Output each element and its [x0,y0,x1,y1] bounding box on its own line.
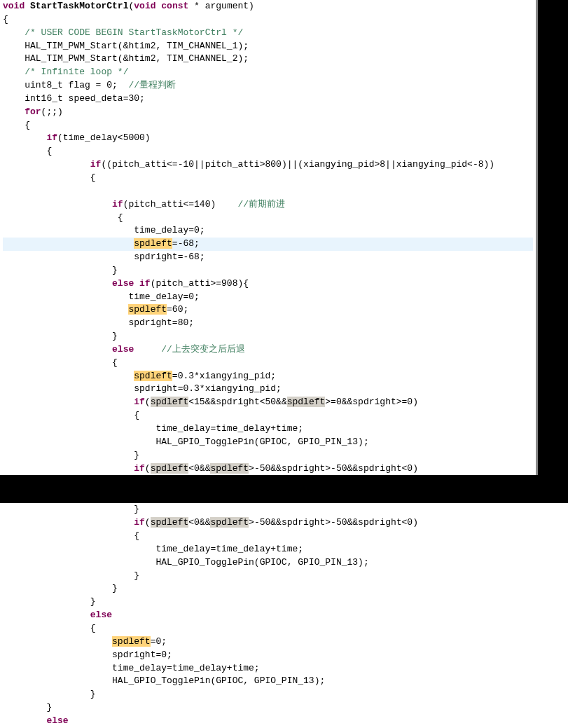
kw-elseif: else if [3,278,151,289]
kw-if: if [3,397,145,407]
var-spdleft: spdleft [287,397,326,407]
kw-void-const: void const [134,1,188,11]
code-pre-2: } if(spdleft<0&&spdleft>-50&&spdright>-5… [0,503,568,728]
var-spdleft: spdleft [134,238,172,249]
code-pre-1: void StartTaskMotorCtrl(void const * arg… [0,0,536,475]
var-spdleft: spdleft [151,397,189,407]
func-name: StartTaskMotorCtrl [30,1,128,11]
kw-void: void [3,1,25,11]
comment: //量程判断 [128,80,176,90]
kw-if: if [3,159,101,170]
kw-if: if [3,199,123,210]
comment: /* Infinite loop */ [3,67,128,77]
var-spdleft: spdleft [151,463,189,474]
code-block-1: void StartTaskMotorCtrl(void const * arg… [0,0,538,475]
kw-else: else [3,610,112,620]
var-spdleft: spdleft [210,517,249,528]
kw-else: else [3,715,69,726]
kw-if: if [3,463,145,474]
var-spdleft: spdleft [210,463,249,474]
var-spdleft: spdleft [112,636,151,647]
comment: /* USER CODE BEGIN StartTaskMotorCtrl */ [3,27,243,38]
kw-if: if [3,132,57,143]
var-spdleft: spdleft [151,517,189,528]
kw-else: else [3,344,134,355]
comment: //前期前进 [237,199,285,210]
code-block-2: } if(spdleft<0&&spdleft>-50&&spdright>-5… [0,503,568,728]
var-spdleft: spdleft [134,371,172,381]
var-spdleft: spdleft [128,304,167,315]
kw-for: for [3,107,41,117]
kw-if: if [3,517,145,528]
comment: //上去突变之后后退 [134,344,245,355]
